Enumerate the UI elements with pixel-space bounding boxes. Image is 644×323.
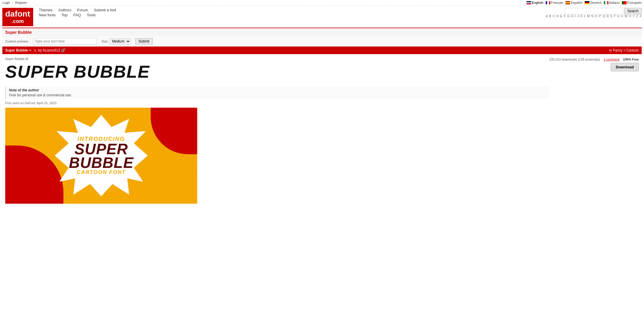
header-right: Search A B C D E F G H I J K L M N O P Q… xyxy=(546,8,642,18)
main-content: Super Bubble Custom preview Size Medium … xyxy=(0,28,644,212)
preview-name-big: SUPER BUBBLE xyxy=(69,142,134,170)
starburst-shape: INTRODUCING SUPER BUBBLE CARTOON FONT xyxy=(55,115,148,196)
font-info-left: Super Bubble ✏ 🔖 by fsuarez913 🔗 xyxy=(5,48,65,52)
font-title-bar: Super Bubble xyxy=(2,28,642,36)
register-link[interactable]: Register xyxy=(15,1,27,4)
nav-tools[interactable]: Tools xyxy=(87,13,95,17)
font-name-link[interactable]: Super Bubble xyxy=(5,48,28,52)
submit-button[interactable]: Submit xyxy=(135,38,152,45)
flag-fr-icon xyxy=(546,1,550,4)
font-content: Super Bubble.ttf SUPER BUBBLE Note of th… xyxy=(2,54,642,207)
nav-top[interactable]: Top xyxy=(61,13,67,17)
nav-row-1: Themes Authors Forum Submit a font xyxy=(39,8,546,12)
nav-authors[interactable]: Authors xyxy=(58,8,72,12)
custom-preview-label: Custom preview xyxy=(5,40,28,43)
nav-faq[interactable]: FAQ xyxy=(73,13,81,17)
size-group: Size Medium Small Large xyxy=(102,38,131,45)
nav-submit[interactable]: Submit a font xyxy=(94,8,116,12)
font-preview-area: Super Bubble.ttf SUPER BUBBLE Note of th… xyxy=(5,57,639,204)
top-bar-auth: Login | Register xyxy=(2,1,27,4)
logo-com: .com xyxy=(5,19,30,24)
main-nav: Themes Authors Forum Submit a font New f… xyxy=(39,8,546,17)
lang-english[interactable]: English xyxy=(526,1,543,4)
logo-dafont: dafont xyxy=(5,10,30,19)
search-input[interactable] xyxy=(565,8,623,14)
lang-portuguese[interactable]: Português xyxy=(622,1,642,4)
nav-forum[interactable]: Forum xyxy=(77,8,88,12)
search-row: Search xyxy=(565,8,642,14)
size-label: Size xyxy=(102,40,108,43)
lang-italian[interactable]: Italiano xyxy=(604,1,619,4)
preview-text-input[interactable] xyxy=(33,38,97,45)
author-note-title: Note of the author xyxy=(9,88,546,92)
downloads-count: 235,510 downloads (128 yesterday) xyxy=(549,58,600,61)
comments-link[interactable]: 1 comment xyxy=(604,58,619,61)
header: dafont .com Themes Authors Forum Submit … xyxy=(0,6,644,28)
first-seen: First seen on DaFont: April 25, 2023 xyxy=(5,101,549,105)
preview-background: INTRODUCING SUPER BUBBLE CARTOON FONT xyxy=(5,108,197,204)
font-preview-left: Super Bubble.ttf SUPER BUBBLE Note of th… xyxy=(5,57,549,204)
font-image-preview: INTRODUCING SUPER BUBBLE CARTOON FONT xyxy=(5,108,197,204)
font-info-bar: Super Bubble ✏ 🔖 by fsuarez913 🔗 in Fanc… xyxy=(2,47,642,54)
flag-pt-icon xyxy=(622,1,627,4)
flag-de-icon xyxy=(585,1,589,4)
font-filename: Super Bubble.ttf xyxy=(5,57,549,61)
size-select[interactable]: Medium Small Large xyxy=(109,38,131,45)
lang-french[interactable]: Français xyxy=(546,1,563,4)
preview-label-group: Custom preview xyxy=(5,39,28,43)
stats-row: 235,510 downloads (128 yesterday) 1 comm… xyxy=(549,58,639,61)
cartoon-font-text: CARTOON FONT xyxy=(69,169,134,175)
custom-preview-bar: Custom preview Size Medium Small Large S… xyxy=(2,36,642,47)
alphabet-nav: A B C D E F G H I J K L M N O P Q R S T … xyxy=(546,14,642,18)
nav-new-fonts[interactable]: New fonts xyxy=(39,13,56,17)
font-category: in Fancy > Cartoon xyxy=(609,48,639,52)
nav-themes[interactable]: Themes xyxy=(39,8,53,12)
red-swoosh-right xyxy=(151,108,197,154)
flag-en-icon xyxy=(526,1,531,4)
red-swoosh-left xyxy=(5,145,63,204)
font-preview-text: SUPER BUBBLE xyxy=(5,62,549,82)
language-bar: English Français Español Deutsch Italian… xyxy=(526,1,642,4)
author-note: Note of the author Free for personal use… xyxy=(5,86,549,99)
nav-row-2: New fonts Top FAQ Tools xyxy=(39,13,546,17)
free-label: 100% Free xyxy=(623,58,639,61)
lang-german[interactable]: Deutsch xyxy=(585,1,602,4)
font-author: by fsuarez913 xyxy=(38,48,60,52)
site-logo[interactable]: dafont .com xyxy=(2,8,33,26)
download-button[interactable]: Download xyxy=(611,63,639,71)
font-title: Super Bubble xyxy=(5,30,639,35)
author-note-text: Free for personal use & commercial use. xyxy=(9,93,546,97)
flag-es-icon xyxy=(565,1,570,4)
login-link[interactable]: Login xyxy=(2,1,10,4)
flag-it-icon xyxy=(604,1,609,4)
top-bar: Login | Register English Français Españo… xyxy=(0,0,644,6)
preview-content: INTRODUCING SUPER BUBBLE CARTOON FONT xyxy=(69,136,134,176)
search-button[interactable]: Search xyxy=(624,8,642,14)
font-preview-right: 235,510 downloads (128 yesterday) 1 comm… xyxy=(549,57,639,74)
lang-spanish[interactable]: Español xyxy=(565,1,582,4)
